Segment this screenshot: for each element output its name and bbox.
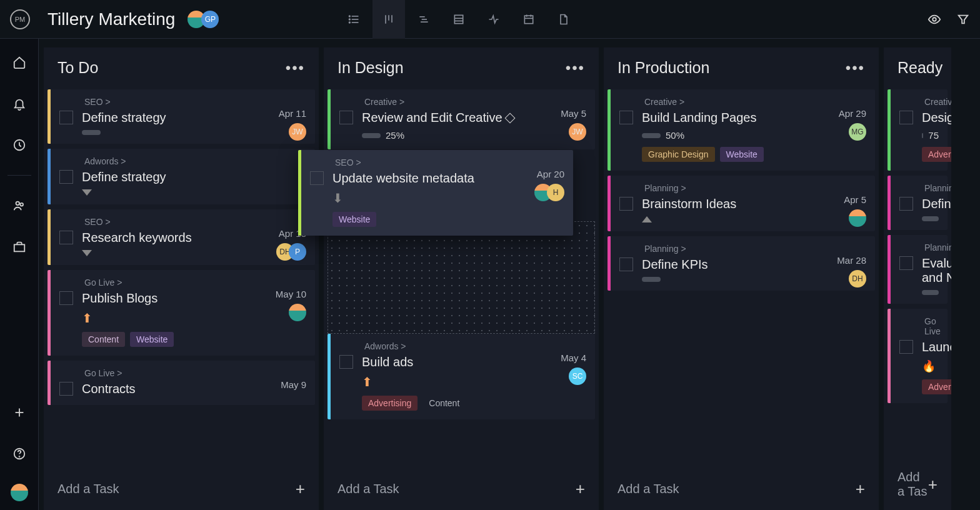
task-card[interactable]: SEO >Define strategyApr 11JW — [48, 89, 315, 144]
column-menu[interactable]: ••• — [566, 59, 585, 77]
task-category[interactable]: SEO > — [59, 97, 306, 107]
add-task-button[interactable]: Add a Tas+ — [884, 459, 951, 510]
assignee-avatar[interactable]: SC — [569, 368, 586, 385]
task-category[interactable]: Adwords > — [59, 156, 306, 166]
task-title: Build ads — [362, 355, 586, 369]
task-category[interactable]: Planning > — [619, 244, 866, 254]
filter-icon[interactable] — [956, 12, 970, 26]
assignee-avatar[interactable] — [289, 304, 306, 321]
notifications-icon[interactable] — [8, 92, 31, 115]
task-card[interactable]: Creative >Review and Edit CreativeMay 5J… — [328, 89, 595, 149]
home-icon[interactable] — [8, 51, 31, 74]
task-checkbox[interactable] — [59, 231, 73, 244]
chevron-down-icon[interactable] — [82, 250, 92, 256]
recent-icon[interactable] — [8, 134, 31, 156]
assignee-avatar[interactable]: JW — [569, 123, 586, 141]
help-icon[interactable] — [8, 442, 31, 465]
assignee-avatar[interactable]: MG — [849, 123, 866, 141]
add-task-button[interactable]: Add a Task+ — [324, 468, 599, 510]
member-avatar[interactable]: GP — [201, 11, 219, 28]
column-menu[interactable]: ••• — [286, 59, 305, 77]
svg-point-5 — [349, 22, 351, 23]
task-tag[interactable]: Adverti — [922, 147, 951, 162]
chevron-down-icon[interactable] — [82, 189, 92, 196]
user-avatar[interactable] — [11, 484, 28, 501]
view-files[interactable] — [548, 0, 580, 39]
add-icon[interactable] — [8, 401, 31, 424]
assignee-avatar[interactable]: H — [547, 184, 564, 201]
task-checkbox[interactable] — [339, 111, 353, 124]
task-title: Define strategy — [82, 170, 306, 184]
task-checkbox[interactable] — [899, 340, 913, 354]
task-card[interactable]: Go Live >ContractsMay 9 — [48, 361, 315, 405]
task-tag[interactable]: Website — [332, 212, 376, 227]
drop-zone[interactable] — [328, 221, 595, 334]
task-card[interactable]: CreativeDesig75Adverti — [888, 89, 948, 171]
assignee-avatar[interactable] — [849, 209, 866, 227]
task-category[interactable]: Creative — [899, 97, 939, 107]
task-card[interactable]: SEO >Research keywordsApr 13DHP — [48, 209, 315, 265]
task-card[interactable]: Planning >Define KPIsMar 28DH — [608, 236, 875, 291]
task-tag[interactable]: Website — [130, 332, 174, 347]
task-category[interactable]: Planning — [899, 183, 939, 193]
project-members[interactable]: GP — [188, 11, 219, 28]
task-category[interactable]: SEO > — [59, 217, 306, 227]
app-logo[interactable]: PM — [10, 9, 30, 29]
task-card[interactable]: PlanningEvalua and N — [888, 235, 948, 304]
task-tag[interactable]: Website — [720, 147, 764, 162]
task-checkbox[interactable] — [59, 382, 73, 396]
view-activity[interactable] — [478, 0, 510, 39]
task-tag[interactable]: Advertising — [362, 396, 418, 411]
column-menu[interactable]: ••• — [846, 59, 865, 77]
task-card[interactable]: SEO >Update website metadataApr 20H⬇Webs… — [298, 150, 573, 236]
add-task-button[interactable]: Add a Task+ — [604, 468, 879, 510]
task-card[interactable]: PlanningDefine — [888, 176, 948, 230]
task-card[interactable]: Planning >Brainstorm IdeasApr 5 — [608, 176, 875, 231]
assignee-avatar[interactable]: DH — [849, 270, 866, 288]
view-sheet[interactable] — [442, 0, 475, 39]
task-checkbox[interactable] — [899, 197, 913, 211]
task-card[interactable]: Go LiveLaunc🔥Adverti — [888, 309, 948, 403]
task-category[interactable]: Creative > — [339, 97, 586, 107]
chevron-up-icon[interactable] — [642, 216, 652, 222]
task-category[interactable]: Adwords > — [339, 341, 586, 351]
task-checkbox[interactable] — [899, 111, 913, 124]
column-title: To Do — [58, 59, 98, 77]
task-checkbox[interactable] — [59, 111, 73, 124]
task-tag[interactable]: Adverti — [922, 379, 951, 394]
progress-bar — [82, 130, 101, 135]
task-card[interactable]: Adwords >Define strategy — [48, 149, 315, 204]
team-icon[interactable] — [8, 194, 31, 217]
task-category[interactable]: Planning — [899, 242, 939, 252]
task-card[interactable]: Adwords >Build adsMay 4SC⬆AdvertisingCon… — [328, 334, 595, 419]
task-tag[interactable]: Graphic Design — [642, 147, 715, 162]
task-category[interactable]: Go Live > — [59, 278, 306, 288]
task-card[interactable]: Creative >Build Landing PagesApr 29MG50%… — [608, 89, 875, 171]
task-tag[interactable]: Content — [82, 332, 125, 347]
task-checkbox[interactable] — [619, 111, 633, 124]
view-list[interactable] — [338, 0, 370, 39]
assignee-avatar[interactable]: P — [289, 243, 306, 261]
task-category[interactable]: Planning > — [619, 183, 866, 193]
assignee-avatar[interactable]: JW — [289, 123, 306, 141]
task-date: May 10 — [276, 289, 306, 299]
task-checkbox[interactable] — [339, 355, 353, 369]
task-card[interactable]: Go Live >Publish BlogsMay 10⬆ContentWebs… — [48, 270, 315, 356]
portfolio-icon[interactable] — [8, 236, 31, 258]
view-board[interactable] — [372, 0, 405, 39]
task-category[interactable]: Creative > — [619, 97, 866, 107]
task-checkbox[interactable] — [59, 170, 73, 184]
task-category[interactable]: Go Live — [899, 316, 939, 336]
visibility-icon[interactable] — [928, 12, 941, 26]
task-checkbox[interactable] — [619, 197, 633, 211]
view-calendar[interactable] — [512, 0, 545, 39]
view-gantt[interactable] — [408, 0, 440, 39]
task-checkbox[interactable] — [310, 171, 324, 185]
task-checkbox[interactable] — [59, 291, 73, 305]
task-tag[interactable]: Content — [422, 396, 466, 411]
task-checkbox[interactable] — [619, 258, 633, 271]
add-task-button[interactable]: Add a Task+ — [44, 468, 319, 510]
task-category[interactable]: Go Live > — [59, 368, 306, 378]
task-category[interactable]: SEO > — [310, 158, 564, 168]
task-checkbox[interactable] — [899, 256, 913, 270]
